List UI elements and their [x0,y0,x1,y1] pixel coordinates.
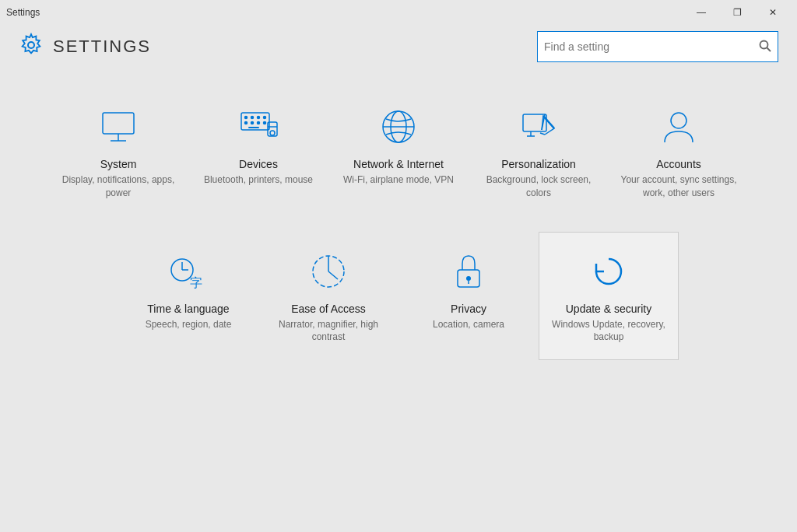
ease-desc: Narrator, magnifier, high contrast [267,318,390,345]
search-icon [759,40,771,54]
time-icon: 字 [165,248,212,295]
time-desc: Speech, region, date [146,318,232,331]
svg-point-14 [258,122,260,124]
devices-desc: Bluetooth, printers, mouse [204,173,313,187]
accounts-label: Accounts [656,158,701,170]
svg-point-38 [466,276,471,281]
svg-point-9 [251,117,254,119]
network-icon [375,103,422,150]
svg-point-1 [760,40,768,48]
svg-point-12 [245,122,248,124]
ease-label: Ease of Access [291,303,366,315]
svg-point-10 [258,117,260,119]
svg-point-0 [28,42,34,48]
svg-line-36 [328,271,338,279]
privacy-icon [445,248,492,295]
settings-item-personalization[interactable]: Personalization Background, lock screen,… [469,87,609,216]
svg-line-28 [540,133,545,135]
personalization-label: Personalization [501,158,576,170]
settings-item-devices[interactable]: Devices Bluetooth, printers, mouse [188,87,328,216]
settings-item-time[interactable]: 字 Time & language Speech, region, date [118,232,258,361]
privacy-label: Privacy [451,303,486,315]
settings-item-ease[interactable]: Ease of Access Narrator, magnifier, high… [258,232,398,361]
personalization-icon [515,103,562,150]
close-button[interactable]: ✕ [755,0,791,25]
svg-point-8 [245,117,248,119]
svg-point-15 [264,122,266,124]
title-bar: Settings — ❐ ✕ [0,0,797,25]
ease-icon [305,248,352,295]
system-icon [95,103,142,150]
settings-gear-icon [19,33,44,61]
time-label: Time & language [147,303,229,315]
search-box[interactable] [537,31,778,62]
maximize-button[interactable]: ❐ [719,0,755,25]
devices-icon [235,103,282,150]
system-desc: Display, notifications, apps, power [57,173,180,200]
header-left: SETTINGS [19,33,151,61]
network-desc: Wi-Fi, airplane mode, VPN [343,173,454,187]
accounts-desc: Your account, sync settings, work, other… [617,173,740,200]
svg-point-13 [251,122,254,124]
header-title: SETTINGS [53,37,151,57]
minimize-button[interactable]: — [683,0,719,25]
update-label: Update & security [566,303,652,315]
settings-row-1: System Display, notifications, apps, pow… [47,87,750,216]
settings-row-2: 字 Time & language Speech, region, date E… [47,232,750,361]
network-label: Network & Internet [353,158,444,170]
main-content: System Display, notifications, apps, pow… [0,72,797,532]
window-controls: — ❐ ✕ [683,0,791,25]
search-input[interactable] [544,40,759,53]
window-title: Settings [6,7,40,18]
devices-label: Devices [239,158,278,170]
svg-line-2 [767,47,771,51]
personalization-desc: Background, lock screen, colors [477,173,600,200]
header: SETTINGS [0,25,797,72]
update-icon [585,248,632,295]
accounts-icon [655,103,702,150]
svg-point-18 [270,131,275,135]
svg-point-29 [671,113,686,128]
update-desc: Windows Update, recovery, backup [547,318,670,345]
svg-point-11 [264,117,266,119]
settings-item-system[interactable]: System Display, notifications, apps, pow… [48,87,188,216]
settings-item-network[interactable]: Network & Internet Wi-Fi, airplane mode,… [328,87,469,216]
svg-rect-16 [248,127,259,128]
settings-item-update[interactable]: Update & security Windows Update, recove… [539,232,679,361]
system-label: System [100,158,137,170]
settings-item-accounts[interactable]: Accounts Your account, sync settings, wo… [609,87,749,216]
svg-rect-3 [103,113,134,134]
settings-item-privacy[interactable]: Privacy Location, camera [398,232,539,361]
privacy-desc: Location, camera [433,318,504,331]
svg-text:字: 字 [190,276,202,289]
